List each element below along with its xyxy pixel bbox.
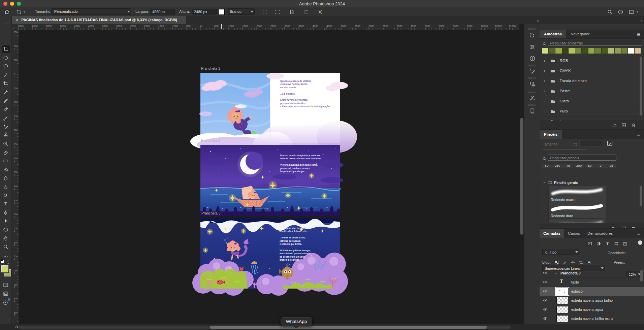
color-replacement-tool[interactable] xyxy=(2,114,10,122)
swap-colors-icon[interactable] xyxy=(6,259,10,265)
layer-thumbnail[interactable] xyxy=(556,315,568,322)
artboard-bg-color-swatch[interactable] xyxy=(219,9,225,15)
layers-scrollbar[interactable] xyxy=(640,270,643,282)
history-brush-tool[interactable] xyxy=(2,140,10,148)
layer-row[interactable]: estrela nuvens agua brilho xyxy=(540,296,644,305)
lock-all-icon[interactable] xyxy=(587,259,591,265)
collapse-dock-icon[interactable]: « xyxy=(537,19,539,23)
color-swatch[interactable] xyxy=(588,48,594,54)
gradient-tool[interactable] xyxy=(2,157,10,165)
layer-row[interactable]: estrela nuvens agua xyxy=(540,305,644,314)
color-swatch[interactable] xyxy=(595,48,601,54)
workspace-icon[interactable] xyxy=(629,9,634,15)
ellipse-shape-tool[interactable] xyxy=(2,226,10,234)
brush-size-slider[interactable] xyxy=(543,150,587,150)
artboard-3-label[interactable]: Prancheta 3 xyxy=(201,211,221,215)
blur-tool[interactable] xyxy=(2,174,10,182)
artboard-2-label[interactable]: Prancheta 2 xyxy=(201,138,220,142)
color-swatch[interactable] xyxy=(542,48,548,54)
swatches-scrollbar[interactable] xyxy=(640,57,642,116)
crop-marks-icon[interactable] xyxy=(262,9,268,15)
swatch-folder-row[interactable]: Escala de cinza xyxy=(540,76,641,86)
swatch-folder-row[interactable]: CMYK xyxy=(540,66,641,76)
tab-navegador[interactable]: Navegador xyxy=(566,30,594,38)
layer-filter-dropdown[interactable]: Tipo xyxy=(542,249,579,255)
brush-preset[interactable]: 50 xyxy=(585,164,595,168)
layer-thumbnail[interactable] xyxy=(556,297,568,304)
swatch-folder-row[interactable]: Puro xyxy=(540,106,641,117)
brush-settings-panel-icon[interactable] xyxy=(528,68,536,75)
brush-preset[interactable]: 200 xyxy=(574,164,584,168)
swatch-folder-row[interactable]: Pastel xyxy=(540,86,641,96)
artboard-2[interactable]: Em seu mundo imaginário,a noite erafeita… xyxy=(200,145,340,216)
filter-shape-layers-icon[interactable] xyxy=(614,240,619,246)
bg-color-dropdown[interactable]: Branco xyxy=(227,8,255,15)
delete-swatch-icon[interactable] xyxy=(631,122,636,128)
default-colors-icon[interactable] xyxy=(1,260,5,263)
crop-marks-alt-icon[interactable] xyxy=(275,9,280,15)
artboard-tool[interactable] xyxy=(2,45,10,53)
brush-item-soft[interactable]: Redondo macio xyxy=(548,186,606,202)
screen-mode-icon[interactable] xyxy=(2,290,10,298)
lasso-tool[interactable] xyxy=(2,63,10,70)
quick-mask-icon[interactable] xyxy=(2,281,10,289)
layer-row[interactable]: estrela nuvens brilho extra xyxy=(540,314,644,323)
color-swatch[interactable] xyxy=(582,48,588,54)
align-distribute-icon[interactable] xyxy=(303,9,309,15)
document-tab[interactable]: ✕PAGINAS finalizadas de 1 A 6 ILUSTRADAS… xyxy=(12,16,186,24)
brush-preview-toggle-icon[interactable] xyxy=(606,140,613,147)
brush-search-input[interactable]: Pesquisar pincéis xyxy=(548,155,616,161)
sponge-tool[interactable] xyxy=(2,192,10,199)
color-swatch[interactable] xyxy=(615,48,621,54)
color-swatch[interactable] xyxy=(635,48,641,54)
artboard-1-label[interactable]: Prancheta 1 xyxy=(201,66,220,70)
filter-type-layers-icon[interactable] xyxy=(605,240,610,246)
add-artboard-icon[interactable] xyxy=(289,9,295,15)
panel-menu-icon[interactable] xyxy=(636,31,641,37)
tools-panel-icon[interactable] xyxy=(528,95,536,102)
pencil-tool[interactable] xyxy=(2,106,10,113)
lock-artboard-icon[interactable] xyxy=(579,259,583,265)
help-icon[interactable] xyxy=(618,9,623,15)
foreground-color-swatch[interactable] xyxy=(1,265,8,272)
color-swatch[interactable] xyxy=(569,48,575,54)
color-swatch[interactable] xyxy=(575,48,581,54)
visibility-eye-icon[interactable] xyxy=(540,287,551,296)
libraries-panel-icon[interactable] xyxy=(528,108,536,115)
elliptical-marquee-tool[interactable] xyxy=(2,54,10,62)
tool-preset-chevron-icon[interactable]: ▾ xyxy=(24,10,25,13)
layer-row-selected[interactable]: esboço xyxy=(540,287,644,296)
brush-item-hard[interactable]: Redondo duro xyxy=(548,202,606,218)
canvas-horizontal-scrollbar[interactable] xyxy=(210,326,487,329)
brush-preset[interactable]: 25 xyxy=(606,164,616,168)
brush-group-row[interactable]: Pincéis gerais xyxy=(542,179,578,185)
search-icon[interactable] xyxy=(607,9,613,15)
new-group-icon[interactable] xyxy=(611,122,617,128)
canvas-vertical-scrollbar[interactable] xyxy=(520,118,523,235)
artboard-3[interactable]: Para quem vive no mar,a noite não é feit… xyxy=(200,218,340,289)
artboard-tool-preset-icon[interactable] xyxy=(16,9,22,15)
layer-thumbnail[interactable] xyxy=(556,306,568,313)
clone-source-panel-icon[interactable] xyxy=(528,81,536,88)
expand-dock-icon[interactable]: » xyxy=(641,19,643,23)
chevron-down-icon[interactable] xyxy=(554,271,558,275)
clone-stamp-tool[interactable] xyxy=(2,131,10,139)
size-dropdown[interactable]: Personalizado xyxy=(51,8,131,15)
color-swatch[interactable] xyxy=(628,48,634,54)
canvas[interactable]: Prancheta 1 xyxy=(19,30,519,324)
home-icon[interactable] xyxy=(4,9,10,15)
visibility-eye-icon[interactable] xyxy=(540,278,551,287)
visibility-eye-icon[interactable] xyxy=(540,314,551,323)
filter-smart-objects-icon[interactable] xyxy=(622,240,627,246)
color-swatch[interactable] xyxy=(562,48,568,54)
magic-wand-tool[interactable] xyxy=(2,71,10,79)
tab-camadas[interactable]: Camadas xyxy=(540,229,564,238)
lock-pixels-icon[interactable] xyxy=(562,259,567,265)
swatch-folder-row[interactable]: RGB xyxy=(540,56,641,66)
panel-menu-icon[interactable] xyxy=(636,132,641,138)
color-swatch[interactable] xyxy=(621,48,627,54)
properties-panel-icon[interactable] xyxy=(528,44,536,51)
tab-amostras[interactable]: Amostras xyxy=(540,30,566,38)
eraser-tool[interactable] xyxy=(2,148,10,156)
tab-demarcadores[interactable]: Demarcadores xyxy=(584,229,616,238)
